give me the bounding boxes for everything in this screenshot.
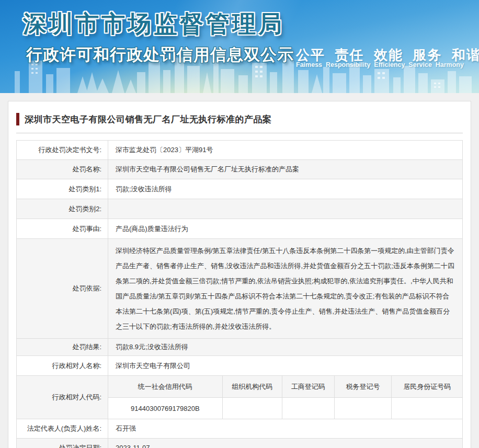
code-header-org-code: 组织机构代码 [223, 376, 282, 397]
content-card: 深圳市天空电子有限公司销售无厂名厂址无执行标准的产品案 行政处罚决定书文号: 深… [8, 101, 471, 448]
code-value-business-reg [282, 398, 335, 419]
penalty-table: 行政处罚决定书文号: 深市监龙处罚〔2023〕平湖91号 处罚名称: 深圳市天空… [16, 140, 463, 448]
field-label: 行政处罚决定书文号: [17, 141, 108, 159]
row-decision-date: 处罚决定日期: 2023-11-07 [17, 439, 462, 448]
header-banner: 深圳市市场监督管理局 行政许可和行政处罚信用信息双公示 公平 责任 效能 服务 … [0, 0, 479, 93]
slogan-english: Faimess Responsibility Efficiency Servic… [296, 61, 464, 68]
field-label: 处罚名称: [17, 160, 108, 179]
field-value: 深圳经济特区产品质量管理条例/第五章法律责任/第五十八条违反本条例第二十四条第一… [108, 239, 462, 338]
code-value-org-code [223, 398, 282, 419]
field-value: 深圳市天空电子有限公司 [108, 356, 462, 375]
code-table: 统一社会信用代码 组织机构代码 工商登记码 税务登记号 居民身份证号码 9144… [108, 376, 462, 419]
code-table-header-row: 统一社会信用代码 组织机构代码 工商登记码 税务登记号 居民身份证号码 [108, 376, 462, 398]
field-value: 2023-11-07 [108, 439, 462, 448]
field-value: 产品(商品)质量违法行为 [108, 219, 462, 238]
code-header-id-number: 居民身份证号码 [392, 376, 462, 397]
banner-subtitle: 行政许可和行政处罚信用信息双公示 [26, 44, 294, 66]
code-header-tax-reg: 税务登记号 [335, 376, 392, 397]
row-decision-doc-number: 行政处罚决定书文号: 深市监龙处罚〔2023〕平湖91号 [17, 141, 462, 160]
title-accent-bar [16, 113, 19, 125]
field-value: 罚款;没收违法所得 [108, 179, 462, 199]
code-value-tax-reg [335, 398, 392, 419]
field-value: 深圳市天空电子有限公司销售无厂名厂址无执行标准的产品案 [108, 160, 462, 179]
row-penalty-result: 处罚结果: 罚款8.9元;没收违法所得 [17, 339, 462, 356]
code-value-id-number [392, 398, 462, 419]
code-header-business-reg: 工商登记码 [282, 376, 335, 397]
field-label: 法定代表人(负责人)姓名: [17, 419, 108, 438]
field-label: 处罚事由: [17, 219, 108, 238]
code-table-value-row: 91440300769179820B [108, 398, 462, 419]
field-label: 处罚类别2: [17, 199, 108, 219]
field-value [108, 199, 462, 219]
field-value: 深市监龙处罚〔2023〕平湖91号 [108, 141, 462, 159]
org-title: 深圳市市场监督管理局 [23, 8, 284, 40]
code-value-uscc: 91440300769179820B [108, 398, 223, 419]
row-party-name: 行政相对人名称: 深圳市天空电子有限公司 [17, 356, 462, 376]
field-label: 行政相对人代码: [17, 376, 108, 419]
title-divider [16, 133, 463, 133]
field-label: 处罚决定日期: [17, 439, 108, 448]
code-header-uscc: 统一社会信用代码 [108, 376, 223, 397]
case-title: 深圳市天空电子有限公司销售无厂名厂址无执行标准的产品案 [25, 113, 272, 125]
field-value: 罚款8.9元;没收违法所得 [108, 339, 462, 355]
field-label: 行政相对人名称: [17, 356, 108, 375]
row-penalty-name: 处罚名称: 深圳市天空电子有限公司销售无厂名厂址无执行标准的产品案 [17, 160, 462, 179]
row-penalty-basis: 处罚依据: 深圳经济特区产品质量管理条例/第五章法律责任/第五十八条违反本条例第… [17, 239, 462, 339]
row-penalty-reason: 处罚事由: 产品(商品)质量违法行为 [17, 219, 462, 239]
row-legal-representative: 法定代表人(负责人)姓名: 石开强 [17, 419, 462, 439]
field-label: 处罚类别1: [17, 179, 108, 199]
field-label: 处罚依据: [17, 239, 108, 338]
field-value: 石开强 [108, 419, 462, 438]
row-party-codes: 行政相对人代码: 统一社会信用代码 组织机构代码 工商登记码 税务登记号 居民身… [17, 376, 462, 419]
row-penalty-category-1: 处罚类别1: 罚款;没收违法所得 [17, 179, 462, 199]
case-title-row: 深圳市天空电子有限公司销售无厂名厂址无执行标准的产品案 [16, 112, 463, 127]
row-penalty-category-2: 处罚类别2: [17, 199, 462, 219]
field-label: 处罚结果: [17, 339, 108, 355]
